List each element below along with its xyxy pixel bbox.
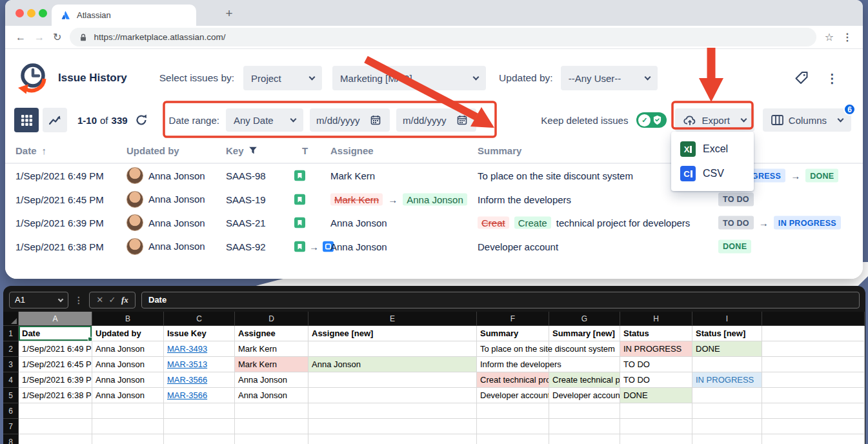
- sheet-column-header-E[interactable]: E: [308, 312, 477, 326]
- cell-E3[interactable]: Anna Jonson: [308, 357, 477, 372]
- issue-row[interactable]: 1/Sep/2021 6:38 PM Anna Jonson SAAS-92 →…: [5, 235, 863, 259]
- issue-row[interactable]: 1/Sep/2021 6:39 PM Anna Jonson SAAS-21 A…: [5, 211, 863, 235]
- cell-E2[interactable]: [308, 341, 477, 357]
- cell-B3[interactable]: Anna Jonson: [92, 357, 164, 372]
- cell-H7[interactable]: [620, 419, 692, 434]
- cell-A6[interactable]: [19, 403, 92, 419]
- cell-F5[interactable]: Developer account: [477, 388, 549, 403]
- forward-icon[interactable]: →: [34, 32, 45, 43]
- cell-A4[interactable]: 1/Sep/2021 6:39 PM: [19, 372, 92, 388]
- select-all-corner[interactable]: [3, 312, 19, 326]
- cell-I3[interactable]: [692, 357, 762, 372]
- issue-key[interactable]: SAAS-98: [226, 170, 266, 181]
- cell-C7[interactable]: [164, 419, 235, 434]
- sheet-column-header-C[interactable]: C: [164, 312, 235, 326]
- close-window-button[interactable]: [15, 9, 24, 17]
- grid-view-button[interactable]: [14, 108, 39, 132]
- cell-G1[interactable]: Summary [new]: [549, 326, 620, 341]
- sheet-column-header-I[interactable]: I: [692, 312, 762, 326]
- cell-J4[interactable]: [762, 372, 865, 388]
- cell-I5[interactable]: [692, 388, 762, 403]
- cell-J6[interactable]: [762, 403, 865, 419]
- sheet-row-header-3[interactable]: 3: [3, 357, 19, 372]
- issue-key[interactable]: SAAS-21: [226, 217, 266, 228]
- cell-B8[interactable]: [92, 434, 164, 444]
- cell-I4[interactable]: IN PROGRESS: [692, 372, 762, 388]
- cell-B7[interactable]: [92, 419, 164, 434]
- refresh-icon[interactable]: [134, 114, 148, 126]
- cell-E4[interactable]: [308, 372, 477, 388]
- cell-B2[interactable]: Anna Jonson: [92, 341, 164, 357]
- column-header-updated-by[interactable]: Updated by: [126, 145, 179, 156]
- cell-H3[interactable]: TO DO: [620, 357, 692, 372]
- issue-key[interactable]: SAAS-19: [226, 194, 266, 205]
- cell-G7[interactable]: [549, 419, 620, 434]
- cell-H4[interactable]: TO DO: [620, 372, 692, 388]
- cell-G6[interactable]: [549, 403, 620, 419]
- cell-D7[interactable]: [235, 419, 308, 434]
- sheet-row-header-2[interactable]: 2: [3, 341, 19, 357]
- cell-E1[interactable]: Assignee [new]: [308, 326, 477, 341]
- sheet-column-header-D[interactable]: D: [235, 312, 308, 326]
- export-button[interactable]: Export: [675, 108, 754, 132]
- cell-G4[interactable]: Create technical pro: [549, 372, 620, 388]
- cell-C2[interactable]: MAR-3493: [164, 341, 235, 357]
- new-tab-button[interactable]: +: [219, 4, 239, 23]
- sheet-column-header-H[interactable]: H: [620, 312, 692, 326]
- cell-E8[interactable]: [308, 434, 477, 444]
- reload-icon[interactable]: ↻: [53, 32, 61, 43]
- cell-H1[interactable]: Status: [620, 326, 692, 341]
- select-by-dropdown[interactable]: Project: [243, 66, 322, 90]
- cell-F7[interactable]: [477, 419, 549, 434]
- cell-H8[interactable]: [620, 434, 692, 444]
- cell-A2[interactable]: 1/Sep/2021 6:49 PM: [19, 341, 92, 357]
- app-menu-icon[interactable]: ⋮: [826, 71, 838, 86]
- sheet-column-header-G[interactable]: G: [549, 312, 620, 326]
- cell-G8[interactable]: [549, 434, 620, 444]
- column-header-type[interactable]: T: [302, 145, 308, 156]
- column-header-summary[interactable]: Summary: [478, 145, 521, 156]
- cell-D2[interactable]: Mark Kern: [235, 341, 308, 357]
- cell-I7[interactable]: [692, 419, 762, 434]
- cell-E7[interactable]: [308, 419, 477, 434]
- date-range-dropdown[interactable]: Any Date: [226, 108, 303, 132]
- browser-tab[interactable]: Atlassian: [52, 5, 196, 26]
- cell-B1[interactable]: Updated by: [92, 326, 164, 341]
- cell-D4[interactable]: Anna Jonson: [235, 372, 308, 388]
- cell-A1[interactable]: Date: [19, 326, 92, 341]
- cell-F4[interactable]: Creat technical proje: [477, 372, 549, 388]
- cell-H6[interactable]: [620, 403, 692, 419]
- cell-A3[interactable]: 1/Sep/2021 6:45 PM: [19, 357, 92, 372]
- cell-J8[interactable]: [762, 434, 865, 444]
- formula-bar[interactable]: Date: [141, 292, 860, 308]
- minimize-window-button[interactable]: [27, 9, 35, 17]
- keep-deleted-toggle[interactable]: ✓: [636, 112, 667, 128]
- cell-A8[interactable]: [19, 434, 92, 444]
- address-field[interactable]: https://marketplace.atlassian.com/: [70, 28, 816, 46]
- column-header-assignee[interactable]: Assignee: [330, 145, 374, 156]
- cell-J3[interactable]: [762, 357, 865, 372]
- sheet-column-header-F[interactable]: F: [477, 312, 549, 326]
- sheet-row-header-8[interactable]: 8: [3, 434, 19, 444]
- cell-I2[interactable]: DONE: [692, 341, 762, 357]
- insert-function-icon[interactable]: fx: [121, 295, 128, 305]
- sheet-column-header-B[interactable]: B: [92, 312, 164, 326]
- project-dropdown[interactable]: Marketing [MAR]: [332, 66, 486, 90]
- cell-J1[interactable]: [762, 326, 865, 341]
- calendar-icon[interactable]: [370, 115, 381, 125]
- cell-A5[interactable]: 1/Sep/2021 6:38 PM: [19, 388, 92, 403]
- cell-D3[interactable]: Mark Kern: [235, 357, 308, 372]
- sheet-row-header-7[interactable]: 7: [3, 419, 19, 434]
- issue-key[interactable]: SAAS-92: [226, 241, 266, 252]
- cell-F3[interactable]: Inform the developers: [477, 357, 549, 372]
- back-icon[interactable]: ←: [15, 32, 26, 43]
- sheet-row-header-6[interactable]: 6: [3, 403, 19, 419]
- date-from-field[interactable]: [310, 108, 390, 132]
- cell-E6[interactable]: [308, 403, 477, 419]
- sheet-row-header-4[interactable]: 4: [3, 372, 19, 388]
- cell-A7[interactable]: [19, 419, 92, 434]
- sheet-row-header-5[interactable]: 5: [3, 388, 19, 403]
- cancel-icon[interactable]: ✕: [96, 295, 103, 305]
- date-to-field[interactable]: [396, 108, 476, 132]
- name-box[interactable]: A1: [9, 292, 68, 308]
